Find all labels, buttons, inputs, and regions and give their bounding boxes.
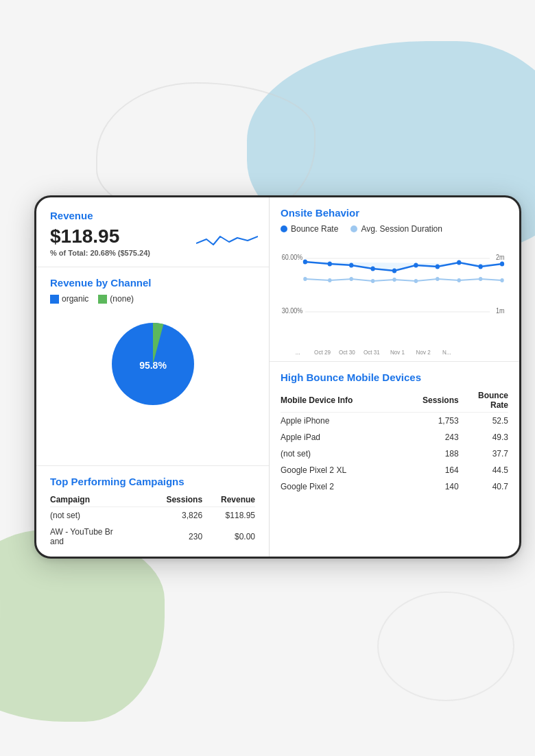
row2-sessions: 230 — [147, 524, 202, 550]
col-campaign: Campaign — [50, 493, 147, 507]
device-bounce: 37.7 — [459, 446, 508, 462]
bounce-col-rate: BounceRate — [459, 389, 508, 413]
revenue-sub-percent: 20.68% — [90, 249, 115, 257]
device-bounce: 40.7 — [459, 478, 508, 495]
bounce-rate-legend: Bounce Rate — [281, 224, 338, 234]
svg-text:1m: 1m — [496, 307, 505, 315]
row1-sessions: 3,826 — [147, 507, 202, 524]
bounce-table: Mobile Device Info Sessions BounceRate A… — [281, 389, 508, 495]
svg-point-24 — [457, 260, 461, 265]
pie-percent-label: 95.8% — [139, 360, 167, 371]
svg-point-20 — [370, 267, 374, 271]
svg-point-21 — [392, 269, 396, 273]
table-row: (not set) 3,826 $118.95 — [50, 507, 255, 524]
svg-point-11 — [392, 278, 396, 282]
svg-point-14 — [457, 278, 461, 282]
device-sessions: 164 — [399, 462, 459, 478]
avg-session-dot — [350, 225, 357, 232]
revenue-sub-amount: ($575.24) — [118, 249, 150, 257]
device-sessions: 188 — [399, 446, 459, 462]
svg-text:Nov 2: Nov 2 — [416, 349, 431, 356]
device-name: Google Pixel 2 — [281, 478, 399, 495]
revenue-card: Revenue $118.95 % of Total: 20.68% ($575… — [36, 197, 269, 267]
svg-rect-1 — [281, 238, 508, 361]
row1-campaign: (not set) — [50, 507, 147, 524]
table-row: Apple iPhone 1,753 52.5 — [281, 413, 508, 430]
svg-text:Nov 1: Nov 1 — [390, 349, 405, 356]
none-label: (none) — [110, 294, 134, 304]
table-row: Google Pixel 2 140 40.7 — [281, 478, 508, 495]
bounce-col-sessions: Sessions — [399, 389, 459, 413]
avg-session-label: Avg. Session Duration — [361, 224, 442, 234]
campaigns-title: Top Performing Campaigns — [50, 476, 255, 487]
device-sessions: 140 — [399, 478, 459, 495]
sparkline — [196, 224, 258, 254]
device-bounce: 49.3 — [459, 429, 508, 446]
left-panel: Revenue $118.95 % of Total: 20.68% ($575… — [36, 197, 270, 557]
bg-blob-green — [0, 530, 165, 722]
campaigns-table: Campaign Sessions Revenue (not set) 3,82… — [50, 493, 255, 550]
svg-text:N...: N... — [442, 349, 451, 356]
channel-title: Revenue by Channel — [50, 277, 255, 289]
tablet-frame: Revenue $118.95 % of Total: 20.68% ($575… — [34, 195, 521, 559]
table-row: (not set) 188 37.7 — [281, 446, 508, 462]
device-name: Apple iPad — [281, 429, 399, 446]
svg-point-22 — [414, 263, 418, 268]
device-sessions: 243 — [399, 429, 459, 446]
device-name: (not set) — [281, 446, 399, 462]
organic-label: organic — [62, 294, 88, 304]
svg-point-25 — [478, 265, 482, 269]
svg-point-10 — [371, 279, 374, 283]
table-row: AW - YouTube Brand 230 $0.00 — [50, 524, 255, 550]
svg-point-26 — [500, 262, 504, 267]
bounce-header-row: Mobile Device Info Sessions BounceRate — [281, 389, 508, 413]
campaigns-card: Top Performing Campaigns Campaign Sessio… — [36, 466, 269, 557]
onsite-title: Onsite Behavior — [281, 207, 508, 219]
svg-text:Oct 30: Oct 30 — [339, 349, 355, 356]
revenue-sub-label: % of Total: — [50, 249, 88, 257]
legend-organic: organic — [50, 294, 88, 304]
svg-point-16 — [500, 278, 503, 282]
bounce-rate-label: Bounce Rate — [291, 224, 338, 234]
onsite-legend: Bounce Rate Avg. Session Duration — [281, 224, 508, 234]
svg-point-9 — [349, 277, 353, 281]
channel-legend: organic (none) — [50, 294, 255, 304]
right-panel: Onsite Behavior Bounce Rate Avg. Session… — [270, 197, 519, 557]
none-swatch — [98, 295, 107, 304]
onsite-svg: 60.00% 30.00% 2m 1m — [281, 238, 508, 361]
revenue-title: Revenue — [50, 210, 255, 221]
organic-swatch — [50, 295, 59, 304]
svg-text:Oct 29: Oct 29 — [314, 349, 331, 356]
svg-point-23 — [436, 265, 440, 269]
bounce-title: High Bounce Mobile Devices — [281, 371, 508, 383]
table-row: Apple iPad 243 49.3 — [281, 429, 508, 446]
high-bounce-card: High Bounce Mobile Devices Mobile Device… — [270, 362, 519, 557]
channel-card: Revenue by Channel organic (none) — [36, 267, 269, 466]
svg-point-12 — [414, 279, 418, 283]
row1-revenue: $118.95 — [202, 507, 255, 524]
onsite-card: Onsite Behavior Bounce Rate Avg. Session… — [270, 197, 519, 362]
svg-point-19 — [349, 263, 353, 268]
bg-blob-gray2 — [377, 592, 514, 701]
svg-text:60.00%: 60.00% — [282, 254, 303, 262]
row2-campaign: AW - YouTube Brand — [50, 524, 147, 550]
svg-text:2m: 2m — [496, 254, 505, 262]
svg-point-18 — [328, 262, 332, 267]
device-name: Google Pixel 2 XL — [281, 462, 399, 478]
svg-text:Oct 31: Oct 31 — [364, 349, 380, 356]
svg-point-17 — [303, 260, 307, 265]
svg-text:30.00%: 30.00% — [282, 307, 303, 315]
bounce-col-device: Mobile Device Info — [281, 389, 399, 413]
legend-none: (none) — [98, 294, 134, 304]
row2-revenue: $0.00 — [202, 524, 255, 550]
svg-point-15 — [479, 277, 482, 281]
col-sessions: Sessions — [147, 493, 202, 507]
svg-point-13 — [436, 277, 439, 281]
col-revenue: Revenue — [202, 493, 255, 507]
device-bounce: 44.5 — [459, 462, 508, 478]
device-name: Apple iPhone — [281, 413, 399, 430]
avg-session-legend: Avg. Session Duration — [350, 224, 442, 234]
pie-chart: 95.8% — [98, 309, 208, 419]
table-row: Google Pixel 2 XL 164 44.5 — [281, 462, 508, 478]
device-bounce: 52.5 — [459, 413, 508, 430]
